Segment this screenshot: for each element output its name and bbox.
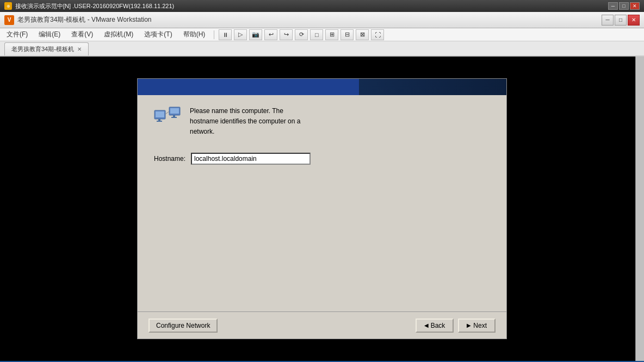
minimize-button[interactable]: ─ <box>608 2 618 10</box>
vmware-window-controls: ─ □ ✕ <box>602 15 640 26</box>
menu-help[interactable]: 帮助(H) <box>179 29 210 40</box>
title-bar-controls: ─ □ ✕ <box>608 2 640 10</box>
vm-content: Please name this computer. The hostname … <box>0 57 644 361</box>
desc-line3: network. <box>190 127 300 137</box>
toolbar-btn7[interactable]: □ <box>310 29 323 40</box>
svg-rect-1 <box>156 111 164 117</box>
tab-label: 老男孩教育34期-模板机 <box>11 45 74 53</box>
desc-line2: hostname identifies the computer on a <box>190 116 300 127</box>
installer-header <box>138 79 506 95</box>
vmware-minimize-button[interactable]: ─ <box>602 15 614 26</box>
toolbar-fullscreen-btn[interactable]: ⛶ <box>371 29 384 40</box>
vmware-close-button[interactable]: ✕ <box>628 15 640 26</box>
tab-close-icon[interactable]: ✕ <box>77 46 82 52</box>
vmware-window: V 老男孩教育34期-模板机 - VMware Workstation ─ □ … <box>0 12 644 362</box>
svg-rect-3 <box>157 121 162 122</box>
toolbar-btn4[interactable]: ↩ <box>264 29 277 40</box>
desc-line1: Please name this computer. The <box>190 106 300 116</box>
title-bar: ⊕ 接收演示或示范中[N] .USER-20160920FW(192.168.1… <box>0 0 644 12</box>
network-icon <box>154 106 181 128</box>
menu-vm[interactable]: 虚拟机(M) <box>100 29 138 40</box>
title-bar-text: 接收演示或示范中[N] .USER-20160920FW(192.168.11.… <box>15 2 174 10</box>
menu-bar: 文件(F) 编辑(E) 查看(V) 虚拟机(M) 选项卡(T) 帮助(H) ⏸ … <box>0 28 644 41</box>
menu-edit[interactable]: 编辑(E) <box>34 29 65 40</box>
svg-rect-6 <box>173 115 175 117</box>
toolbar-btn6[interactable]: ⟳ <box>295 29 308 40</box>
svg-rect-7 <box>171 117 177 118</box>
hostname-input[interactable] <box>191 153 311 165</box>
close-button[interactable]: ✕ <box>630 2 640 10</box>
vm-tab[interactable]: 老男孩教育34期-模板机 ✕ <box>4 42 89 55</box>
toolbar-pause-btn[interactable]: ⏸ <box>219 29 232 40</box>
next-icon: ▶ <box>467 322 471 328</box>
svg-rect-5 <box>170 108 179 114</box>
menu-separator <box>214 30 214 39</box>
toolbar-btn2[interactable]: ▷ <box>234 29 247 40</box>
back-label: Back <box>431 322 445 329</box>
svg-rect-2 <box>158 119 160 121</box>
vmware-title-text: 老男孩教育34期-模板机 - VMware Workstation <box>17 15 152 24</box>
menu-tabs[interactable]: 选项卡(T) <box>140 29 176 40</box>
hostname-row: Hostname: <box>154 153 490 165</box>
scrollbar[interactable] <box>635 57 644 361</box>
installer-top-section: Please name this computer. The hostname … <box>154 106 490 138</box>
svg-line-8 <box>165 111 169 114</box>
network-computers-svg <box>154 106 181 128</box>
vmware-logo: V <box>4 15 14 25</box>
installer-header-bar <box>138 79 359 95</box>
menu-view[interactable]: 查看(V) <box>67 29 97 40</box>
next-label: Next <box>473 322 487 329</box>
vmware-title-bar: V 老男孩教育34期-模板机 - VMware Workstation ─ □ … <box>0 12 644 28</box>
menu-file[interactable]: 文件(F) <box>2 29 32 40</box>
hostname-label: Hostname: <box>154 155 185 163</box>
toolbar-btn8[interactable]: ⊞ <box>325 29 338 40</box>
configure-network-button[interactable]: Configure Network <box>148 319 218 333</box>
installer-body: Please name this computer. The hostname … <box>138 95 506 311</box>
toolbar-screenshot-btn[interactable]: 📷 <box>249 29 262 40</box>
next-button[interactable]: ▶ Next <box>458 319 496 333</box>
toolbar-btn5[interactable]: ↪ <box>280 29 293 40</box>
installer-footer: Configure Network ◀ Back ▶ Next <box>138 311 506 339</box>
back-button[interactable]: ◀ Back <box>416 319 454 333</box>
installer-content-area <box>154 165 490 301</box>
back-icon: ◀ <box>424 322 429 328</box>
installer-description: Please name this computer. The hostname … <box>190 106 300 138</box>
toolbar-btn10[interactable]: ⊠ <box>356 29 369 40</box>
toolbar-btn9[interactable]: ⊟ <box>340 29 354 40</box>
nav-buttons: ◀ Back ▶ Next <box>416 319 496 333</box>
tab-bar: 老男孩教育34期-模板机 ✕ <box>0 41 644 57</box>
vmware-restore-button[interactable]: □ <box>615 15 627 26</box>
restore-button[interactable]: □ <box>619 2 629 10</box>
title-bar-icon: ⊕ <box>4 2 12 10</box>
installer-dialog: Please name this computer. The hostname … <box>137 78 507 339</box>
